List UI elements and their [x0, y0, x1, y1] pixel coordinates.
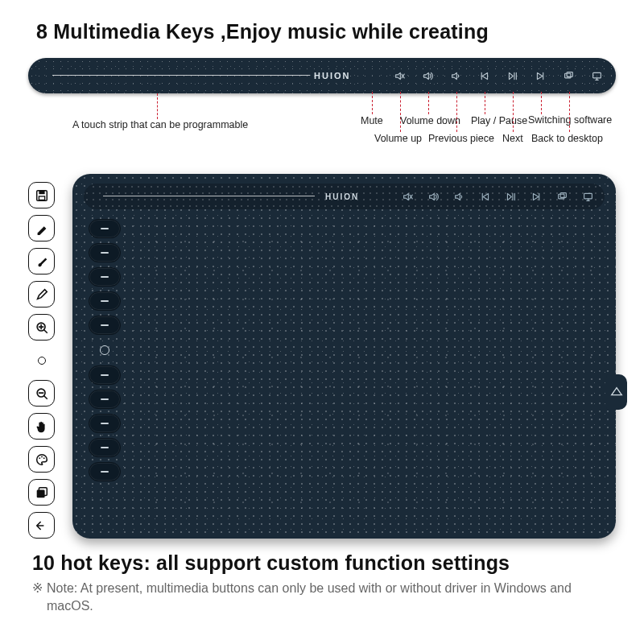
tablet-switch-icon — [557, 192, 568, 202]
svg-marker-5 — [537, 72, 543, 79]
hotkey-layers-icon — [28, 479, 55, 506]
tablet-next-icon — [531, 192, 542, 202]
hotkey-palette-icon — [28, 446, 55, 473]
side-button — [89, 316, 121, 335]
note-text: Note: At present, multimedia buttons can… — [47, 581, 572, 613]
side-ring — [89, 340, 121, 361]
multimedia-key-row — [394, 58, 603, 93]
hotkey-zoom-in-icon — [28, 314, 55, 341]
svg-point-14 — [39, 457, 40, 459]
svg-rect-10 — [39, 190, 44, 194]
hotkey-hand-icon — [28, 413, 55, 440]
touch-strip-label: A touch strip that can be programmable — [72, 119, 248, 130]
tablet-prev-icon — [480, 192, 490, 202]
drawing-area — [135, 221, 598, 521]
svg-rect-6 — [565, 73, 571, 78]
prev-track-icon — [479, 71, 490, 81]
svg-marker-0 — [396, 72, 401, 79]
hotkey-pencil-icon — [28, 281, 55, 308]
svg-marker-23 — [507, 193, 511, 200]
hotkey-pen-icon — [28, 215, 55, 242]
svg-rect-26 — [560, 192, 566, 197]
hotkey-brush-icon — [28, 248, 55, 275]
tablet-desktop-icon — [583, 192, 593, 202]
svg-rect-17 — [36, 489, 44, 497]
svg-marker-22 — [483, 193, 489, 200]
heading-hotkeys: 10 hot keys: all support custom function… — [0, 547, 644, 576]
side-button — [89, 219, 121, 238]
side-button — [89, 438, 121, 457]
svg-marker-2 — [452, 72, 457, 79]
brand-logo-text: HUION — [314, 71, 350, 80]
volume-down-icon — [451, 71, 462, 81]
hotkey-zoom-out-icon — [28, 380, 55, 407]
hotkey-ring-icon — [28, 347, 55, 374]
svg-marker-21 — [456, 193, 460, 200]
mute-icon — [394, 71, 406, 81]
svg-rect-25 — [559, 194, 564, 199]
hotkey-legend-column — [28, 182, 55, 539]
touch-strip-diagram: HUION A touch strip that can be programm… — [0, 52, 644, 172]
side-button — [89, 365, 121, 385]
tablet-mute-icon — [402, 192, 413, 202]
volume-up-label: Volume up — [374, 133, 422, 144]
side-button — [89, 462, 121, 481]
pen-holder-tag — [606, 374, 627, 410]
switch-software-label: Switching software — [528, 115, 612, 126]
svg-marker-24 — [533, 193, 539, 200]
mute-label: Mute — [361, 115, 383, 126]
svg-marker-4 — [509, 72, 513, 79]
tablet-diagram: HUION — [0, 172, 644, 547]
desktop-icon — [592, 71, 603, 81]
side-button — [89, 390, 121, 409]
side-button — [89, 243, 121, 262]
svg-point-15 — [41, 456, 43, 457]
heading-multimedia: 8 Multimedia Keys ,Enjoy music while cre… — [0, 0, 644, 52]
previous-label: Previous piece — [428, 133, 494, 144]
back-to-desktop-label: Back to desktop — [531, 133, 603, 144]
svg-point-16 — [43, 457, 44, 459]
side-button — [89, 291, 121, 311]
hotkey-save-icon — [28, 182, 55, 208]
tablet-volume-down-icon — [454, 192, 464, 202]
side-button — [89, 414, 121, 433]
svg-rect-11 — [39, 196, 44, 200]
svg-rect-27 — [584, 193, 592, 199]
tablet-brand-text: HUION — [325, 192, 359, 201]
tablet-multimedia-row — [402, 184, 593, 209]
play-pause-icon — [507, 71, 518, 81]
svg-marker-3 — [482, 72, 488, 79]
hotkey-undo-icon — [28, 512, 55, 539]
touch-strip-bar: HUION — [28, 58, 616, 93]
tablet-side-buttons — [89, 219, 121, 481]
svg-rect-8 — [593, 72, 601, 78]
tablet-play-pause-icon — [506, 192, 516, 202]
footnote: ※ Note: At present, multimedia buttons c… — [0, 576, 644, 614]
side-button — [89, 267, 121, 287]
tablet-volume-up-icon — [428, 192, 439, 202]
svg-rect-7 — [567, 72, 572, 76]
volume-down-label: Volume down — [400, 115, 460, 126]
switch-software-icon — [564, 71, 575, 81]
svg-marker-1 — [424, 72, 429, 79]
volume-up-icon — [423, 71, 434, 81]
note-symbol: ※ — [32, 580, 43, 597]
next-label: Next — [502, 133, 523, 144]
svg-marker-19 — [404, 193, 409, 200]
play-pause-label: Play / Pause — [471, 115, 527, 126]
tablet-body: HUION — [72, 174, 616, 539]
next-track-icon — [535, 71, 547, 81]
svg-marker-20 — [430, 193, 435, 200]
tablet-top-strip: HUION — [84, 184, 605, 209]
